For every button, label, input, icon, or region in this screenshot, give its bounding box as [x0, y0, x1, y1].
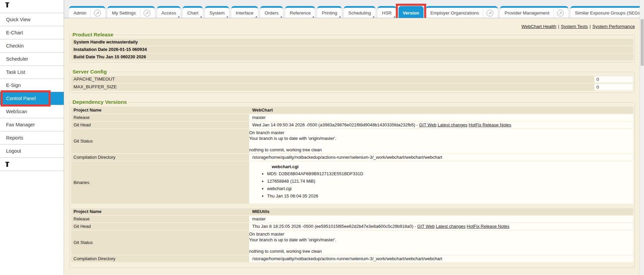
tab-label: Chart: [187, 10, 198, 16]
row-label: Release: [71, 216, 249, 222]
tab-label: Access: [162, 10, 176, 16]
binary-details-list: MD5: D2BE6B04AF6B9B9127132E551BDF331D127…: [252, 171, 630, 199]
link-latest-changes[interactable]: Latest changes: [436, 224, 466, 229]
tab-label: Admin: [74, 10, 86, 16]
external-link-icon[interactable]: ↗: [144, 10, 150, 17]
sidebar-item-checkin[interactable]: Checkin: [0, 39, 64, 53]
pin-icon[interactable]: [5, 2, 8, 7]
table-row: Git HeadThu Jan 8 18:25:05 2026 -0500 (e…: [71, 223, 633, 230]
sidebar-item-label: E-Chart: [6, 30, 23, 35]
tab-interface[interactable]: Interface: [231, 6, 258, 18]
tab-version[interactable]: Version: [399, 6, 424, 18]
scrollbar-thumb[interactable]: [641, 19, 644, 66]
sidebar-item-label: Quick View: [6, 17, 30, 22]
config-key: MAX_BUFFER_SIZE: [71, 84, 594, 91]
config-value-field[interactable]: 0: [594, 76, 633, 83]
tab-provider-management[interactable]: Provider Management↗: [500, 6, 568, 18]
dependency-table-mieutils: Project NameMIEUtilsReleasemasterGit Hea…: [71, 208, 633, 263]
row-value: Thu Jan 8 18:25:05 2026 -0500 (ee5951015…: [249, 223, 633, 230]
sidebar-item-scheduler[interactable]: Scheduler: [0, 53, 64, 66]
dropdown-caret-icon: [393, 16, 395, 18]
tab-label: Provider Management: [504, 10, 549, 16]
tab-chart[interactable]: Chart: [183, 6, 203, 18]
sidebar-item-e-sign[interactable]: E-Sign: [0, 79, 64, 92]
sidebar-item-task-list[interactable]: Task List: [0, 66, 64, 79]
dropdown-caret-icon: [226, 16, 228, 18]
link-git-web[interactable]: GIT Web: [419, 122, 437, 127]
sidebar-item-e-chart[interactable]: E-Chart: [0, 26, 64, 39]
tab-label: Printing: [322, 10, 337, 16]
dropdown-caret-icon: [200, 16, 202, 18]
tab-bar: Admin↗My Settings↗AccessChartSystemInter…: [64, 0, 640, 18]
sidebar-item-webscan[interactable]: WebScan: [0, 105, 64, 118]
table-row: Releasemaster: [71, 216, 633, 222]
row-value: WebChart: [249, 107, 633, 114]
table-row: Git StatusOn branch master Your branch i…: [71, 231, 633, 255]
tab-reference[interactable]: Reference: [285, 6, 315, 18]
tab-strip: Admin↗My Settings↗AccessChartSystemInter…: [64, 0, 640, 18]
tab-similar-exposure-groups-segs[interactable]: Similar Exposure Groups (SEGs)↗: [570, 6, 640, 18]
row-label: Git Status: [71, 129, 249, 153]
dependency-versions-section: Dependency Versions Project NameWebChart…: [69, 99, 635, 268]
tab-orders[interactable]: Orders: [260, 6, 283, 18]
server-config-section: Server Config APACHE_TIMEOUT0MAX_BUFFER_…: [69, 69, 635, 93]
tab-label: Scheduling: [348, 10, 371, 16]
table-row: Project NameWebChart: [71, 107, 633, 114]
link-system-performance[interactable]: System Performance: [592, 24, 635, 29]
dropdown-caret-icon: [280, 16, 282, 18]
config-value-field[interactable]: 0: [594, 84, 633, 91]
vertical-scrollbar[interactable]: [640, 0, 644, 275]
binary-detail: 127658848 (121.74 MiB): [267, 178, 630, 184]
binary-detail: MD5: D2BE6B04AF6B9B9127132E551BDF331D: [267, 171, 630, 177]
sidebar-item-control-panel[interactable]: Control Panel: [0, 92, 64, 105]
tab-label: Similar Exposure Groups (SEGs): [575, 10, 640, 16]
external-link-icon[interactable]: ↗: [487, 10, 493, 17]
table-row: Releasemaster: [71, 114, 633, 121]
tab-employer-organizations[interactable]: Employer Organizations↗: [426, 6, 498, 18]
sidebar-item-label: Reports: [6, 135, 23, 141]
tab-hsr[interactable]: HSR: [378, 6, 396, 18]
tab-scheduling[interactable]: Scheduling: [344, 6, 375, 18]
product-release-rows: System Handle wctmasterdailyInstallation…: [71, 39, 633, 61]
server-config-row-apache-timeout: APACHE_TIMEOUT0: [71, 76, 633, 83]
link-hotfix-release-notes[interactable]: HotFix Release Notes: [469, 122, 511, 127]
tab-system[interactable]: System: [205, 6, 229, 18]
row-value: MIEUtils: [249, 208, 633, 215]
link-separator: |: [558, 24, 559, 29]
product-release-row-build-date: Build Date Thu Jan 15 060230 2026: [71, 54, 633, 61]
row-label: Project Name: [71, 107, 249, 114]
dropdown-caret-icon: [178, 16, 179, 18]
dependency-versions-title: Dependency Versions: [72, 99, 129, 105]
link-webchart-health[interactable]: WebChart Health: [522, 24, 556, 29]
row-value: master: [249, 216, 633, 222]
sidebar-item-logout[interactable]: Logout: [0, 145, 64, 158]
row-label: Compilation Directory: [71, 154, 249, 161]
tab-access[interactable]: Access: [157, 6, 181, 18]
table-row: Git HeadWed Jan 14 09:50:34 2026 -0500 (…: [71, 122, 633, 128]
binary-detail: Thu Jan 15 06:04:35 2026: [267, 193, 630, 199]
tab-printing[interactable]: Printing: [317, 6, 342, 18]
sidebar-item-label: Scheduler: [6, 56, 28, 62]
sidebar-pin-icon[interactable]: [0, 158, 64, 171]
sidebar-item-label: Logout: [6, 148, 21, 154]
link-git-web[interactable]: GIT Web: [417, 224, 435, 229]
product-release-section: Product Release System Handle wctmasterd…: [69, 32, 635, 63]
tab-my-settings[interactable]: My Settings↗: [108, 6, 155, 18]
table-row: Git StatusOn branch master Your branch i…: [71, 129, 633, 153]
dependency-table-webchart: Project NameWebChartReleasemasterGit Hea…: [71, 106, 633, 204]
sidebar-item-fax-manager[interactable]: Fax Manager: [0, 118, 64, 131]
tab-label: Reference: [290, 10, 311, 16]
link-hotfix-release-notes[interactable]: HotFix Release Notes: [467, 224, 509, 229]
tab-separator: [483, 9, 483, 18]
sidebar-item-quick-view[interactable]: Quick View: [0, 13, 64, 26]
row-value: webchart.cgiMD5: D2BE6B04AF6B9B9127132E5…: [249, 161, 633, 204]
external-link-icon[interactable]: ↗: [557, 10, 564, 17]
tab-label: Version: [403, 10, 419, 16]
link-system-tests[interactable]: System Tests: [561, 24, 588, 29]
row-label: Project Name: [71, 208, 249, 215]
table-row: Compilation Directory/storage/home/quali…: [71, 255, 633, 262]
sidebar-item-reports[interactable]: Reports: [0, 131, 64, 145]
link-latest-changes[interactable]: Latest changes: [438, 122, 467, 127]
tab-admin[interactable]: Admin↗: [69, 6, 105, 18]
external-link-icon[interactable]: ↗: [94, 10, 101, 17]
